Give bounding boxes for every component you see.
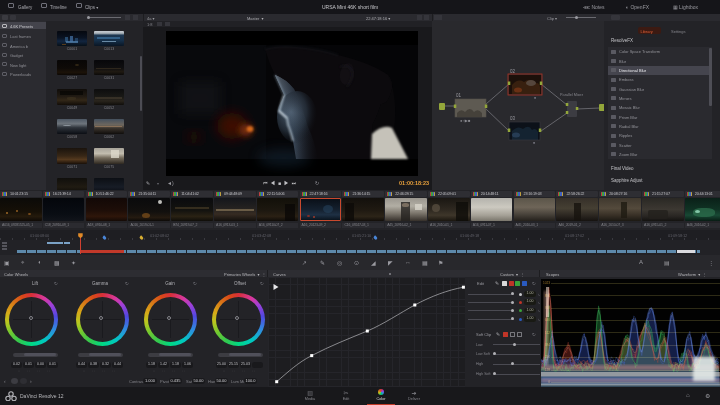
svg-text:●○▶■: ●○▶■ (460, 118, 471, 123)
svg-text:■: ■ (533, 141, 535, 145)
svg-text:Parallel Mixer: Parallel Mixer (560, 93, 584, 97)
svg-text:02: 02 (510, 69, 516, 74)
svg-text:■: ■ (534, 96, 536, 100)
svg-text:03: 03 (510, 116, 516, 121)
svg-text:01: 01 (456, 93, 462, 98)
